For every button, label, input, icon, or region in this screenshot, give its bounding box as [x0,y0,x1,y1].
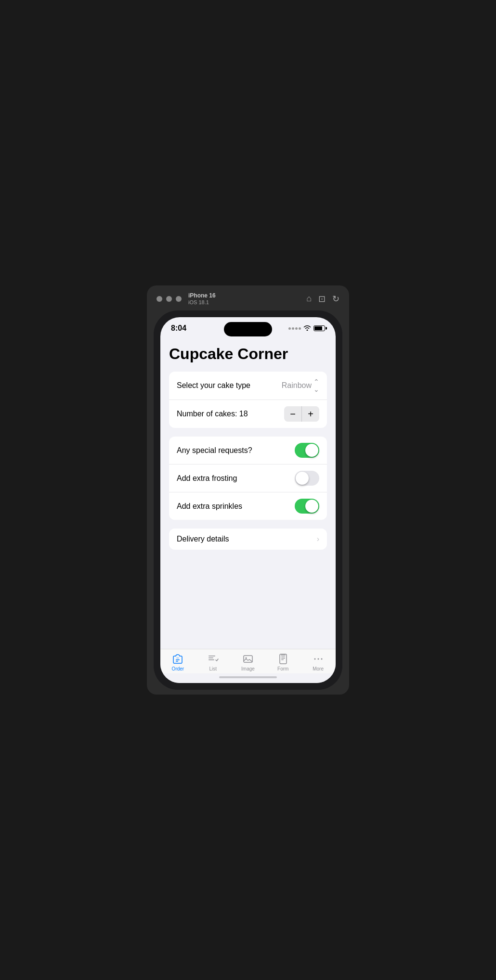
signal-dot-4 [299,327,301,330]
tab-more[interactable]: More [300,653,336,671]
svg-rect-2 [176,661,178,662]
delivery-section: Delivery details › [169,529,327,550]
chevron-right-icon: › [317,535,319,543]
special-requests-row: Any special requests? [169,437,327,464]
page-title: Cupcake Corner [169,345,327,363]
status-icons [288,325,325,332]
extra-frosting-row: Add extra frosting [169,464,327,492]
window-dot-2 [166,296,172,302]
home-indicator [160,673,336,683]
cake-type-label: Select your cake type [177,381,250,390]
screenshot-icon[interactable]: ⊡ [318,294,326,304]
tab-list-label: List [209,666,217,671]
svg-rect-11 [281,659,284,660]
svg-point-0 [176,658,179,659]
simulator-controls: ⌂ ⊡ ↻ [306,294,339,304]
delivery-details-row[interactable]: Delivery details › [169,529,327,550]
cake-config-section: Select your cake type Rainbow ⌃⌄ Number … [169,372,327,428]
svg-rect-3 [209,656,215,657]
svg-point-14 [321,658,322,660]
svg-point-12 [314,658,315,660]
cake-type-value[interactable]: Rainbow ⌃⌄ [282,378,319,393]
toggle-thumb-2 [296,472,309,485]
cake-type-selected: Rainbow [282,381,312,390]
more-icon [313,653,324,665]
signal-dot-1 [288,327,291,330]
tab-image-label: Image [241,666,255,671]
tab-order[interactable]: Order [160,653,196,671]
list-icon [207,653,219,665]
simulator-titlebar: iPhone 16 iOS 18.1 ⌂ ⊡ ↻ [154,290,342,308]
extra-sprinkles-toggle[interactable] [295,499,319,514]
svg-rect-1 [176,659,180,660]
stepper-minus-button[interactable]: − [284,406,301,422]
status-bar: 8:04 [160,317,336,336]
order-icon [172,653,183,665]
device-name: iPhone 16 iOS 18.1 [188,292,216,306]
form-icon [277,653,289,665]
extra-sprinkles-row: Add extra sprinkles [169,492,327,520]
svg-point-13 [317,658,319,660]
stepper-plus-button[interactable]: + [302,406,319,422]
svg-rect-8 [280,654,287,664]
battery-icon [313,325,325,331]
tab-order-label: Order [172,666,184,671]
num-cakes-row: Number of cakes: 18 − + [169,400,327,428]
home-bar [219,676,277,678]
svg-rect-9 [281,657,285,657]
extra-frosting-toggle[interactable] [295,471,319,486]
main-content: Cupcake Corner Select your cake type Rai… [160,336,336,649]
toggle-thumb-3 [305,500,318,513]
simulator-frame: iPhone 16 iOS 18.1 ⌂ ⊡ ↻ 8:04 [147,285,349,695]
extra-frosting-label: Add extra frosting [177,474,237,483]
cake-stepper: − + [284,406,319,422]
signal-dot-3 [295,327,298,330]
special-requests-label: Any special requests? [177,446,252,455]
tab-form-label: Form [277,666,288,671]
home-icon[interactable]: ⌂ [306,294,312,304]
wifi-icon [303,325,311,332]
tab-list[interactable]: List [196,653,231,671]
delivery-details-label: Delivery details [177,535,229,543]
phone-outer: 8:04 [154,310,342,690]
chevron-updown-icon: ⌃⌄ [313,378,319,393]
extra-sprinkles-label: Add extra sprinkles [177,502,242,511]
svg-rect-6 [244,656,252,662]
tab-more-label: More [313,666,324,671]
svg-rect-10 [281,658,285,658]
rotate-icon[interactable]: ↻ [332,294,339,304]
window-dot-1 [157,296,162,302]
battery-fill [314,326,322,330]
status-time: 8:04 [171,324,186,333]
special-requests-section: Any special requests? Add extra frosting… [169,437,327,520]
window-dot-3 [176,296,182,302]
svg-rect-5 [209,659,214,660]
cake-type-row[interactable]: Select your cake type Rainbow ⌃⌄ [169,372,327,400]
dynamic-island [224,322,272,336]
num-cakes-label: Number of cakes: 18 [177,410,248,418]
tab-bar: Order List [160,649,336,673]
image-icon [242,653,254,665]
special-requests-toggle[interactable] [295,443,319,458]
tab-image[interactable]: Image [231,653,266,671]
svg-rect-4 [209,658,213,658]
signal-indicator [288,327,301,330]
svg-point-7 [245,658,247,659]
phone-screen: 8:04 [160,317,336,683]
toggle-thumb-1 [305,444,318,457]
tab-form[interactable]: Form [265,653,300,671]
signal-dot-2 [292,327,294,330]
